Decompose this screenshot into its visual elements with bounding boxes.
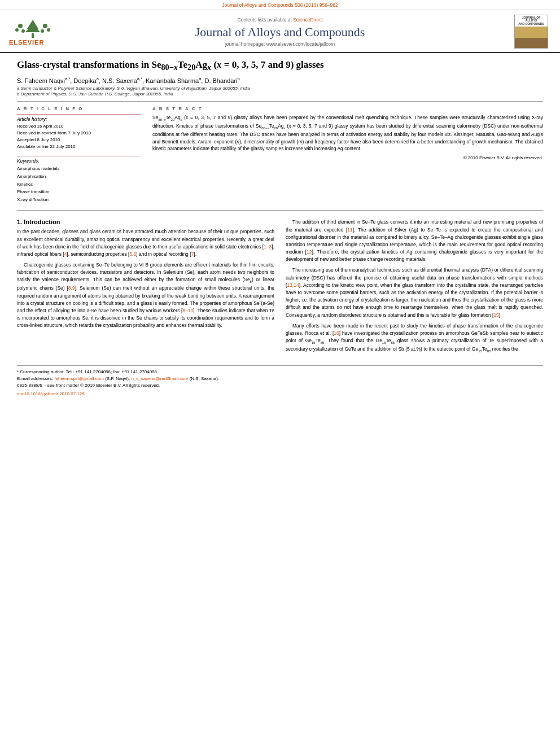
keyword-5: X-ray diffraction [17, 196, 141, 204]
svg-point-7 [47, 28, 50, 32]
header-section: ELSEVIER Contents lists available at Sci… [0, 10, 560, 53]
keyword-3: Kinetics [17, 181, 141, 189]
ref-12[interactable]: 12 [307, 249, 312, 255]
ref-11[interactable]: 11 [347, 227, 352, 233]
divider-2 [17, 210, 543, 211]
body-right-col: The addition of third element in Se–Te g… [286, 219, 543, 357]
ref-8-10[interactable]: 8–10 [182, 308, 193, 313]
email-line: E-mail addresses: faheem.spsl@gmail.com … [17, 375, 543, 382]
ref-5-6[interactable]: 5,6 [129, 251, 136, 257]
intro-heading: 1. Introduction [17, 219, 274, 225]
keyword-2: Amorphisation [17, 173, 141, 181]
history-title: Article history: [17, 116, 141, 122]
article-history: Article history: Received 16 April 2010 … [17, 114, 141, 150]
affil-a: a Semi-conductor & Polymer Science Labor… [17, 86, 543, 91]
logo-box-mid [515, 27, 548, 38]
affiliations: a Semi-conductor & Polymer Science Labor… [17, 86, 543, 97]
sciencedirect-link[interactable]: ScienceDirect [293, 17, 322, 23]
body-section: 1. Introduction In the past decades, gla… [17, 219, 543, 357]
journal-ref: Journal of Alloys and Compounds 506 (201… [222, 2, 338, 8]
intro-body-text: In the past decades, glasses and glass c… [17, 228, 274, 329]
revised-date: Received in revised form 7 July 2010 [17, 130, 141, 137]
svg-rect-0 [32, 33, 34, 38]
journal-top-bar: Journal of Alloys and Compounds 506 (201… [0, 0, 560, 10]
header-center: Contents lists available at ScienceDirec… [60, 17, 500, 47]
ref-1-3[interactable]: 1–3 [264, 244, 272, 250]
email-1-name: (S.F. Naqvi), [105, 376, 130, 381]
elsevier-tree-svg [9, 18, 57, 39]
journal-logo-box: JOURNAL OFALLOYSAND COMPOUNDS [514, 15, 548, 49]
doi-line[interactable]: doi:10.1016/j.jallcom.2010.07.128 [17, 391, 543, 397]
journal-homepage: journal homepage: www.elsevier.com/locat… [60, 41, 500, 47]
footer-notes: * Corresponding author. Tel.: +91 141 27… [17, 365, 543, 397]
contents-line: Contents lists available at ScienceDirec… [60, 17, 500, 23]
svg-point-8 [41, 29, 44, 33]
ref-16[interactable]: 16 [334, 330, 339, 336]
svg-point-5 [21, 29, 25, 33]
body-left-col: 1. Introduction In the past decades, gla… [17, 219, 274, 357]
svg-point-4 [15, 28, 19, 32]
issn-line: 0925-8388/$ – see front matter © 2010 El… [17, 382, 543, 389]
intro-para-1: In the past decades, glasses and glass c… [17, 228, 274, 258]
article-info-abstract: A R T I C L E I N F O Article history: R… [17, 106, 543, 203]
keywords-section: Keywords: Amorphous materials Amorphisat… [17, 156, 141, 203]
copyright-line: © 2010 Elsevier B.V. All rights reserved… [152, 155, 543, 160]
right-body-text: The addition of third element in Se–Te g… [286, 219, 543, 354]
article-title: Glass-crystal transformations in Se80−xT… [17, 59, 543, 73]
corresponding-note: * Corresponding author. Tel.: +91 141 27… [17, 369, 543, 375]
accepted-date: Accepted 8 July 2010 [17, 137, 141, 143]
authors-line: S. Faheem Naqvia,*, Deepikaa, N.S. Saxen… [17, 76, 543, 84]
right-para-3: Many efforts have been made in the recen… [286, 322, 543, 354]
svg-point-6 [43, 24, 47, 28]
ref-15[interactable]: 15 [493, 312, 498, 318]
article-main: Glass-crystal transformations in Se80−xT… [0, 53, 560, 409]
logo-box-text: JOURNAL OFALLOYSAND COMPOUNDS [515, 15, 548, 27]
elsevier-logo: ELSEVIER [9, 18, 60, 46]
right-para-1: The addition of third element in Se–Te g… [286, 219, 543, 263]
abstract-text: Se80−xTe20Agx (x = 0, 3, 5, 7 and 9) gla… [152, 114, 543, 152]
journal-title: Journal of Alloys and Compounds [60, 25, 500, 40]
article-info-label: A R T I C L E I N F O [17, 106, 141, 111]
svg-point-3 [18, 24, 23, 28]
divider-1 [17, 101, 543, 102]
keyword-4: Phase transition [17, 188, 141, 196]
ref-7[interactable]: 7 [191, 251, 194, 257]
received-date: Received 16 April 2010 [17, 123, 141, 130]
keyword-1: Amorphous materials [17, 165, 141, 173]
ref-8-9[interactable]: 8,9 [68, 285, 75, 291]
logo-box-bot [515, 38, 548, 48]
abstract-label: A B S T R A C T [152, 106, 543, 111]
email-1[interactable]: faheem.spsl@gmail.com [54, 376, 104, 381]
ref-13-14[interactable]: 13,14 [287, 282, 299, 288]
journal-logo-right: JOURNAL OFALLOYSAND COMPOUNDS [511, 15, 551, 49]
intro-para-2: Chalcogenide glasses containing Se–Te be… [17, 261, 274, 329]
affil-b: b Department of Physics, S.S. Jain Subod… [17, 91, 543, 97]
abstract-col: A B S T R A C T Se80−xTe20Agx (x = 0, 3,… [152, 106, 543, 203]
keywords-title: Keywords: [17, 158, 141, 164]
article-info-col: A R T I C L E I N F O Article history: R… [17, 106, 141, 203]
elsevier-wordmark: ELSEVIER [9, 39, 44, 46]
available-date: Available online 22 July 2010 [17, 143, 141, 150]
email-2[interactable]: n_s_saxena@rediffmail.com [131, 376, 188, 381]
email-2-name: (N.S. Saxena). [190, 376, 219, 381]
svg-marker-2 [25, 23, 40, 32]
ref-4[interactable]: 4 [64, 251, 67, 257]
email-label: E-mail addresses: [17, 376, 53, 381]
right-para-2: The increasing use of thermoanalytical t… [286, 267, 543, 318]
